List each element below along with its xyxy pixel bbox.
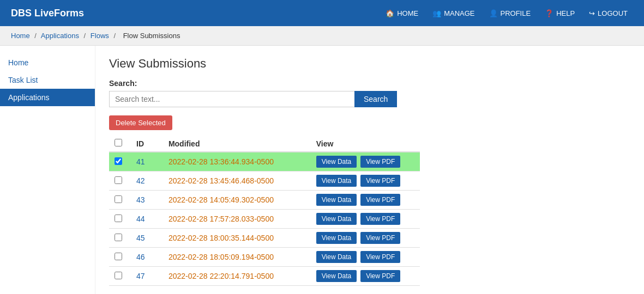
col-header-view: View xyxy=(311,136,420,152)
table-row: 43 2022-02-28 14:05:49.302-0500 View Dat… xyxy=(109,191,420,210)
sidebar-item-home[interactable]: Home xyxy=(0,54,95,71)
view-data-button[interactable]: View Data xyxy=(316,156,357,168)
breadcrumb-sep-3: / xyxy=(113,32,116,40)
row-checkbox[interactable] xyxy=(115,234,122,241)
row-checkbox-cell xyxy=(109,171,131,191)
row-modified-value: 2022-02-28 18:00:35.144-0500 xyxy=(168,234,274,242)
row-id-link[interactable]: 41 xyxy=(136,157,145,166)
table-row: 42 2022-02-28 13:45:46.468-0500 View Dat… xyxy=(109,171,420,191)
view-data-button[interactable]: View Data xyxy=(316,270,357,282)
nav-home[interactable]: 🏠 HOME xyxy=(380,6,424,21)
nav-help[interactable]: ❓ HELP xyxy=(539,6,580,21)
view-pdf-button[interactable]: View PDF xyxy=(360,175,400,187)
row-id: 41 xyxy=(131,152,163,171)
search-section: Search: Search xyxy=(109,79,630,107)
row-modified: 2022-02-28 18:00:35.144-0500 xyxy=(163,229,311,248)
row-modified-value: 2022-02-28 18:05:09.194-0500 xyxy=(168,253,274,261)
table-row: 45 2022-02-28 18:00:35.144-0500 View Dat… xyxy=(109,229,420,248)
view-data-button[interactable]: View Data xyxy=(316,213,357,225)
row-checkbox[interactable] xyxy=(115,195,122,203)
row-view-actions: View Data View PDF xyxy=(311,171,420,191)
table-row: 41 2022-02-28 13:36:44.934-0500 View Dat… xyxy=(109,152,420,171)
row-id: 47 xyxy=(131,267,163,286)
row-checkbox[interactable] xyxy=(115,176,122,184)
select-all-checkbox[interactable] xyxy=(115,139,122,146)
nav-manage[interactable]: 👥 MANAGE xyxy=(427,6,480,21)
row-modified: 2022-02-28 13:36:44.934-0500 xyxy=(163,152,311,171)
row-view-actions: View Data View PDF xyxy=(311,267,420,286)
row-checkbox-cell xyxy=(109,152,131,171)
row-id-link[interactable]: 43 xyxy=(136,195,145,204)
search-button[interactable]: Search xyxy=(354,91,397,107)
submissions-table: ID Modified View 41 2022-02-28 13:36:44.… xyxy=(109,136,420,286)
view-data-button[interactable]: View Data xyxy=(316,194,357,206)
breadcrumb: Home / Applications / Flows / Flow Submi… xyxy=(0,26,644,46)
row-id: 43 xyxy=(131,191,163,210)
breadcrumb-sep-1: / xyxy=(34,32,37,40)
row-modified: 2022-02-28 22:20:14.791-0500 xyxy=(163,267,311,286)
row-view-actions: View Data View PDF xyxy=(311,191,420,210)
nav-profile[interactable]: 👤 PROFILE xyxy=(484,6,537,21)
row-modified-value: 2022-02-28 22:20:14.791-0500 xyxy=(168,272,274,280)
row-checkbox-cell xyxy=(109,248,131,267)
row-id-link[interactable]: 42 xyxy=(136,176,145,185)
main-layout: Home Task List Applications View Submiss… xyxy=(0,46,644,294)
sidebar-item-tasklist[interactable]: Task List xyxy=(0,71,95,89)
view-data-button[interactable]: View Data xyxy=(316,175,357,187)
row-modified: 2022-02-28 13:45:46.468-0500 xyxy=(163,171,311,191)
row-checkbox[interactable] xyxy=(115,272,122,279)
view-pdf-button[interactable]: View PDF xyxy=(360,213,400,225)
delete-selected-button[interactable]: Delete Selected xyxy=(109,115,172,130)
manage-icon: 👥 xyxy=(432,9,441,17)
row-id: 45 xyxy=(131,229,163,248)
breadcrumb-current: Flow Submissions xyxy=(123,32,180,40)
table-row: 47 2022-02-28 22:20:14.791-0500 View Dat… xyxy=(109,267,420,286)
row-id: 44 xyxy=(131,210,163,229)
search-label: Search: xyxy=(109,79,630,88)
row-modified: 2022-02-28 14:05:49.302-0500 xyxy=(163,191,311,210)
view-data-button[interactable]: View Data xyxy=(316,232,357,244)
view-data-button[interactable]: View Data xyxy=(316,251,357,263)
col-header-modified: Modified xyxy=(163,136,311,152)
row-modified: 2022-02-28 17:57:28.033-0500 xyxy=(163,210,311,229)
row-modified-value: 2022-02-28 14:05:49.302-0500 xyxy=(168,195,274,204)
row-checkbox-cell xyxy=(109,210,131,229)
home-icon: 🏠 xyxy=(386,9,394,17)
top-nav: DBS LiveForms 🏠 HOME 👥 MANAGE 👤 PROFILE … xyxy=(0,0,644,26)
col-header-checkbox xyxy=(109,136,131,152)
view-pdf-button[interactable]: View PDF xyxy=(360,270,400,282)
view-pdf-button[interactable]: View PDF xyxy=(360,156,400,168)
row-checkbox[interactable] xyxy=(115,215,122,222)
breadcrumb-home[interactable]: Home xyxy=(11,32,30,40)
breadcrumb-sep-2: / xyxy=(84,32,86,40)
row-checkbox-cell xyxy=(109,229,131,248)
breadcrumb-applications[interactable]: Applications xyxy=(41,32,79,40)
search-row: Search xyxy=(109,91,630,107)
sidebar-item-applications[interactable]: Applications xyxy=(0,89,95,106)
table-row: 44 2022-02-28 17:57:28.033-0500 View Dat… xyxy=(109,210,420,229)
profile-icon: 👤 xyxy=(489,9,498,17)
row-modified-value: 2022-02-28 17:57:28.033-0500 xyxy=(168,215,274,223)
row-view-actions: View Data View PDF xyxy=(311,248,420,267)
breadcrumb-flows[interactable]: Flows xyxy=(91,32,109,40)
row-id-link[interactable]: 45 xyxy=(136,234,145,242)
row-id-link[interactable]: 47 xyxy=(136,272,145,280)
logout-icon: ↪ xyxy=(589,9,595,17)
view-pdf-button[interactable]: View PDF xyxy=(360,232,400,244)
search-input[interactable] xyxy=(109,91,354,107)
row-checkbox[interactable] xyxy=(115,157,122,165)
row-view-actions: View Data View PDF xyxy=(311,210,420,229)
nav-logout[interactable]: ↪ LOGOUT xyxy=(583,6,633,21)
row-id: 42 xyxy=(131,171,163,191)
row-id-link[interactable]: 44 xyxy=(136,215,145,223)
view-pdf-button[interactable]: View PDF xyxy=(360,194,400,206)
nav-links: 🏠 HOME 👥 MANAGE 👤 PROFILE ❓ HELP ↪ LOGOU… xyxy=(380,6,633,21)
sidebar: Home Task List Applications xyxy=(0,46,95,294)
row-id-link[interactable]: 46 xyxy=(136,253,145,261)
row-modified: 2022-02-28 18:05:09.194-0500 xyxy=(163,248,311,267)
row-checkbox[interactable] xyxy=(115,253,122,260)
view-pdf-button[interactable]: View PDF xyxy=(360,251,400,263)
main-content: View Submissions Search: Search Delete S… xyxy=(95,46,644,294)
row-view-actions: View Data View PDF xyxy=(311,152,420,171)
page-title: View Submissions xyxy=(109,57,630,71)
